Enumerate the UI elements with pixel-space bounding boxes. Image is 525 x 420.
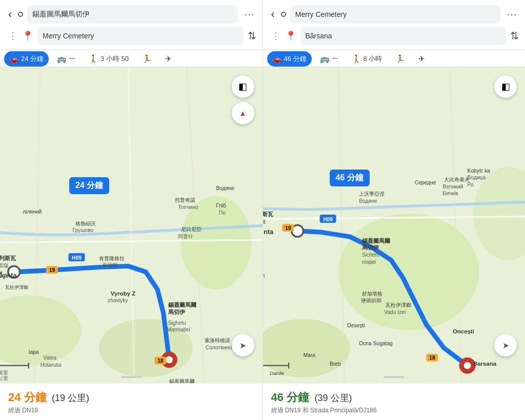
left-tab-transit[interactable]: 🚌 一 — [52, 51, 80, 67]
right-drag-handle — [383, 376, 404, 379]
left-dots-vert: ⋮ — [6, 31, 17, 40]
right-tab-car[interactable]: 🚗 46 分鐘 — [267, 51, 312, 67]
left-route-dist: (19 公里) — [52, 393, 89, 403]
right-route-via: 經過 DN19 和 Strada Principală/DJ186 — [271, 406, 517, 415]
svg-text:Vyroby Z: Vyroby Z — [111, 290, 135, 297]
svg-text:Водяне: Водяне — [359, 198, 377, 204]
svg-text:lidari: lidari — [263, 273, 265, 279]
left-tab-car[interactable]: 🚗 24 分鐘 — [4, 51, 49, 67]
left-map-area: H09 19 18 捷列斯瓦 特雷薩 格魯紹沃 Грушово 托普奇諾 Топ… — [0, 67, 262, 383]
left-origin-input[interactable] — [27, 5, 237, 24]
svg-text:捷列斯瓦: 捷列斯瓦 — [263, 211, 274, 217]
left-dest-input[interactable] — [37, 27, 244, 45]
right-swap-button[interactable]: ⇅ — [510, 30, 519, 42]
left-layers-button[interactable]: ◧ — [232, 75, 254, 98]
left-route-summary: 24 分鐘 (19 公里) — [8, 390, 254, 405]
right-layers-icon: ◧ — [501, 81, 510, 92]
right-dest-input[interactable] — [300, 27, 507, 45]
left-more-button[interactable]: ⋯ — [242, 7, 256, 22]
right-transport-tabs: 🚗 46 分鐘 🚌 一 🚶 8 小時 🏃 ✈ — [263, 49, 526, 67]
panels-container: ‹ ⋯ ⋮ 📍 ⇅ 🚗 24 分鐘 🚌 一 — [0, 0, 525, 420]
svg-text:特雷薩: 特雷薩 — [0, 263, 9, 268]
right-layers-button[interactable]: ◧ — [494, 75, 517, 98]
right-map-bg: H09 19 18 捷列斯瓦 特雷薩 上沃季亞涅 Водяне 大比奇基夫 Ве… — [263, 67, 526, 383]
left-compass-button[interactable]: ▲ — [232, 102, 254, 124]
svg-text:19: 19 — [285, 225, 291, 231]
right-route-summary: 46 分鐘 (39 公里) — [271, 390, 517, 405]
svg-text:尼日尼亞: 尼日尼亞 — [181, 226, 201, 232]
right-location-button[interactable]: ➤ — [494, 334, 517, 356]
right-tab-walk[interactable]: 🚶 8 小時 — [347, 51, 388, 67]
left-swap-button[interactable]: ⇅ — [248, 30, 256, 42]
right-panel: ‹ ⋯ ⋮ 📍 ⇅ 🚗 46 分鐘 🚌 一 — [263, 0, 526, 420]
svg-text:大比奇基夫: 大比奇基夫 — [443, 177, 469, 182]
svg-point-10 — [166, 356, 173, 363]
right-map-area: H09 19 18 捷列斯瓦 特雷薩 上沃季亞涅 Водяне 大比奇基夫 Ве… — [263, 67, 526, 383]
svg-text:Sắ nta: Sắ nta — [263, 227, 274, 236]
left-header: ‹ ⋯ ⋮ 📍 ⇅ — [0, 0, 262, 49]
svg-text:Barsana: Barsana — [473, 361, 497, 367]
svg-text:Глiб: Глiб — [216, 203, 226, 208]
right-more-button[interactable]: ⋯ — [504, 7, 519, 22]
svg-text:Топчино: Топчино — [178, 204, 198, 210]
svg-text:Бичків: Бичків — [442, 191, 458, 196]
svg-text:H09: H09 — [72, 255, 82, 261]
flight-icon: ✈ — [165, 54, 172, 64]
svg-text:18: 18 — [429, 355, 435, 361]
right-flight-icon: ✈ — [418, 54, 425, 64]
svg-text:托普奇諾: 托普奇諾 — [174, 197, 195, 203]
svg-text:Водяне: Водяне — [216, 185, 234, 191]
svg-text:上沃季亞涅: 上沃季亞涅 — [359, 191, 385, 197]
svg-text:Водица: Водица — [467, 175, 486, 180]
svg-text:馬切伊: 馬切伊 — [168, 309, 186, 315]
left-back-button[interactable]: ‹ — [6, 7, 14, 22]
svg-text:Sắpnta: Sắpnta — [0, 271, 17, 279]
svg-text:Valea: Valea — [43, 355, 56, 361]
svg-text:Ocna Sugatag: Ocna Sugatag — [359, 341, 393, 346]
left-dest-row: ⋮ 📍 ⇅ — [6, 27, 256, 45]
svg-text:瓦杜伊澤鄉: 瓦杜伊澤鄉 — [385, 302, 411, 308]
car-icon: 🚗 — [9, 54, 19, 64]
right-bike-icon: 🏃 — [395, 54, 405, 64]
svg-text:Oncești: Oncești — [453, 328, 474, 334]
left-location-button[interactable]: ➤ — [232, 334, 254, 356]
svg-text:2 公里: 2 公里 — [0, 375, 8, 381]
svg-text:Ро: Ро — [467, 182, 473, 187]
left-map-bg: H09 19 18 捷列斯瓦 特雷薩 格魯紹沃 Грушово 托普奇諾 Топ… — [0, 67, 262, 383]
right-duration-badge: 46 分鐘 — [330, 170, 370, 186]
left-tab-walk-label: 3 小時 50 — [100, 54, 129, 64]
right-map-svg: H09 19 18 捷列斯瓦 特雷薩 上沃季亞涅 Водяне 大比奇基夫 Ве… — [263, 67, 526, 383]
right-route-dist: (39 公里) — [315, 393, 352, 403]
svg-text:Vadu Izei: Vadu Izei — [384, 309, 406, 315]
svg-text:zhaviyky: zhaviyky — [108, 298, 128, 303]
layers-icon: ◧ — [238, 81, 247, 92]
left-panel: ‹ ⋯ ⋮ 📍 ⇅ 🚗 24 分鐘 🚌 一 — [0, 0, 263, 420]
right-origin-input[interactable] — [290, 5, 500, 24]
svg-text:Великий: Великий — [442, 184, 463, 190]
svg-text:2 英里: 2 英里 — [0, 370, 8, 375]
right-dots-vert: ⋮ — [269, 31, 280, 40]
left-dest-pin-icon: 📍 — [22, 30, 33, 41]
svg-point-2 — [181, 196, 251, 289]
right-tab-transit[interactable]: 🚌 一 — [315, 51, 344, 67]
right-tab-bike[interactable]: 🏃 — [390, 51, 410, 67]
svg-text:Iapa: Iapa — [29, 349, 39, 355]
right-tab-flight[interactable]: ✈ — [413, 51, 430, 67]
left-bottom-info: 24 分鐘 (19 公里) 經過 DN19 — [0, 383, 262, 420]
right-origin-row: ‹ ⋯ — [269, 5, 519, 24]
right-back-button[interactable]: ‹ — [269, 7, 277, 22]
left-tab-bike[interactable]: 🏃 — [137, 51, 157, 67]
svg-text:Marmației: Marmației — [167, 327, 190, 332]
svg-point-58 — [463, 362, 471, 369]
svg-text:Mara: Mara — [303, 352, 315, 358]
svg-text:Грушово: Грушово — [72, 227, 93, 233]
right-tab-transit-label: 一 — [332, 54, 338, 64]
right-bottom-label: Dainilе — [270, 371, 285, 376]
svg-text:索洛特維諾: 索洛特維諾 — [205, 338, 230, 343]
right-location-arrow-icon: ➤ — [502, 341, 509, 350]
left-duration-badge: 24 分鐘 — [69, 177, 109, 194]
svg-text:阿普什: 阿普什 — [178, 234, 193, 239]
left-route-via: 經過 DN19 — [8, 406, 254, 415]
left-tab-walk[interactable]: 🚶 3 小時 50 — [84, 51, 134, 67]
left-tab-flight[interactable]: ✈ — [160, 51, 177, 67]
